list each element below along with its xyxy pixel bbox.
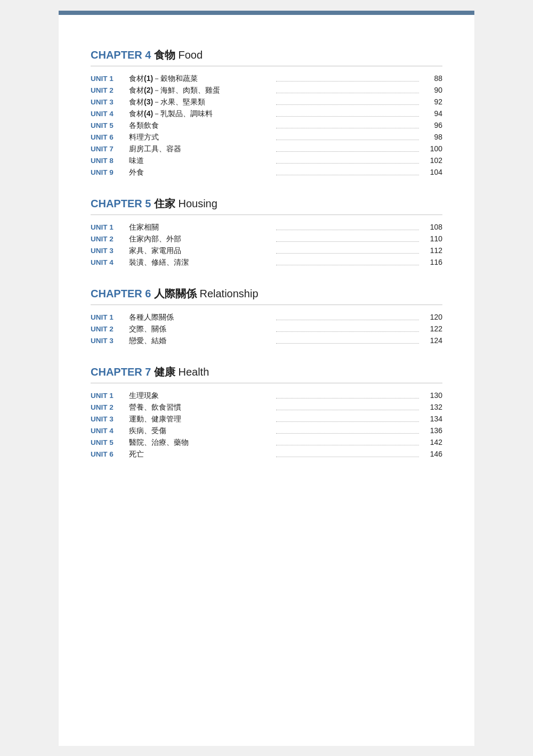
unit-row: UNIT 3食材(3)－水果、堅果類92 [91, 97, 442, 107]
unit-row: UNIT 5各類飲食96 [91, 121, 442, 131]
dots-line [276, 421, 419, 422]
page-number: 100 [423, 144, 442, 153]
unit-row: UNIT 4疾病、受傷136 [91, 426, 442, 436]
unit-row: UNIT 2營養、飲食習慣132 [91, 403, 442, 412]
page-number: 146 [423, 450, 442, 458]
page-number: 102 [423, 156, 442, 165]
dots-line [276, 253, 419, 254]
unit-row: UNIT 6死亡146 [91, 450, 442, 459]
unit-title: 死亡 [129, 450, 272, 459]
top-bar [59, 11, 474, 15]
dots-line [276, 175, 419, 175]
chapter-section-3: CHAPTER 6 人際關係 RelationshipUNIT 1各種人際關係1… [91, 287, 442, 346]
page-number: 122 [423, 324, 442, 333]
dots-line [276, 265, 419, 265]
chapter-section-2: CHAPTER 5 住家 HousingUNIT 1住家相關108UNIT 2住… [91, 197, 442, 267]
dots-line [276, 343, 419, 344]
unit-title: 住家相關 [129, 223, 272, 232]
unit-row: UNIT 6料理方式98 [91, 133, 442, 142]
unit-row: UNIT 4裝潢、修繕、清潔116 [91, 258, 442, 267]
unit-row: UNIT 2食材(2)－海鮮、肉類、雞蛋90 [91, 86, 442, 95]
page-number: 110 [423, 234, 442, 243]
unit-title: 味道 [129, 156, 272, 166]
unit-title: 住家內部、外部 [129, 234, 272, 244]
unit-row: UNIT 1生理現象130 [91, 391, 442, 401]
unit-label: UNIT 9 [91, 168, 129, 176]
unit-title: 外食 [129, 168, 272, 177]
dots-line [276, 104, 419, 105]
dots-line [276, 331, 419, 332]
unit-label: UNIT 2 [91, 235, 129, 243]
unit-title: 家具、家電用品 [129, 246, 272, 256]
dots-line [276, 163, 419, 164]
unit-label: UNIT 3 [91, 337, 129, 345]
unit-label: UNIT 3 [91, 247, 129, 255]
unit-label: UNIT 4 [91, 110, 129, 118]
unit-label: UNIT 2 [91, 403, 129, 411]
unit-title: 廚房工具、容器 [129, 144, 272, 154]
unit-title: 食材(4)－乳製品、調味料 [129, 109, 272, 119]
unit-label: UNIT 4 [91, 258, 129, 266]
dots-line [276, 320, 419, 320]
dots-line [276, 128, 419, 128]
page-number: 104 [423, 168, 442, 176]
dots-line [276, 457, 419, 457]
unit-title: 各類飲食 [129, 121, 272, 131]
dots-line [276, 445, 419, 445]
dots-line [276, 151, 419, 152]
unit-title: 醫院、治療、藥物 [129, 438, 272, 448]
page-number: 98 [423, 133, 442, 141]
unit-row: UNIT 8味道102 [91, 156, 442, 166]
unit-title: 交際、關係 [129, 324, 272, 334]
unit-row: UNIT 3家具、家電用品112 [91, 246, 442, 256]
dots-line [276, 398, 419, 399]
unit-label: UNIT 8 [91, 157, 129, 165]
unit-label: UNIT 2 [91, 86, 129, 94]
page-number: 132 [423, 403, 442, 411]
dots-line [276, 410, 419, 410]
chapter-section-1: CHAPTER 4 食物 FoodUNIT 1食材(1)－穀物和蔬菜88UNIT… [91, 48, 442, 177]
unit-label: UNIT 5 [91, 121, 129, 129]
dots-line [276, 140, 419, 140]
page-number: 124 [423, 336, 442, 345]
unit-label: UNIT 4 [91, 427, 129, 435]
unit-title: 食材(3)－水果、堅果類 [129, 97, 272, 107]
page-number: 130 [423, 391, 442, 400]
page-number: 120 [423, 313, 442, 321]
unit-row: UNIT 3運動、健康管理134 [91, 414, 442, 424]
unit-label: UNIT 2 [91, 325, 129, 333]
page-number: 108 [423, 223, 442, 231]
page-number: 112 [423, 246, 442, 255]
unit-row: UNIT 2住家內部、外部110 [91, 234, 442, 244]
unit-label: UNIT 3 [91, 98, 129, 106]
unit-label: UNIT 5 [91, 438, 129, 446]
unit-label: UNIT 7 [91, 145, 129, 153]
page-number: 134 [423, 414, 442, 423]
dots-line [276, 93, 419, 93]
chapter-title-1: CHAPTER 4 食物 Food [91, 48, 442, 67]
unit-label: UNIT 1 [91, 392, 129, 400]
unit-title: 營養、飲食習慣 [129, 403, 272, 412]
page-number: 94 [423, 109, 442, 118]
unit-label: UNIT 6 [91, 133, 129, 141]
unit-row: UNIT 2交際、關係122 [91, 324, 442, 334]
unit-label: UNIT 1 [91, 75, 129, 83]
unit-label: UNIT 1 [91, 223, 129, 231]
chapter-title-4: CHAPTER 7 健康 Health [91, 365, 442, 384]
unit-title: 食材(2)－海鮮、肉類、雞蛋 [129, 86, 272, 95]
unit-label: UNIT 1 [91, 313, 129, 321]
unit-title: 料理方式 [129, 133, 272, 142]
unit-row: UNIT 1食材(1)－穀物和蔬菜88 [91, 74, 442, 84]
unit-row: UNIT 9外食104 [91, 168, 442, 177]
unit-title: 疾病、受傷 [129, 426, 272, 436]
unit-row: UNIT 1住家相關108 [91, 223, 442, 232]
unit-title: 各種人際關係 [129, 313, 272, 322]
unit-title: 戀愛、結婚 [129, 336, 272, 346]
unit-title: 運動、健康管理 [129, 414, 272, 424]
dots-line [276, 81, 419, 82]
page-number: 90 [423, 86, 442, 94]
unit-row: UNIT 1各種人際關係120 [91, 313, 442, 322]
unit-row: UNIT 3戀愛、結婚124 [91, 336, 442, 346]
unit-row: UNIT 4食材(4)－乳製品、調味料94 [91, 109, 442, 119]
dots-line [276, 230, 419, 230]
